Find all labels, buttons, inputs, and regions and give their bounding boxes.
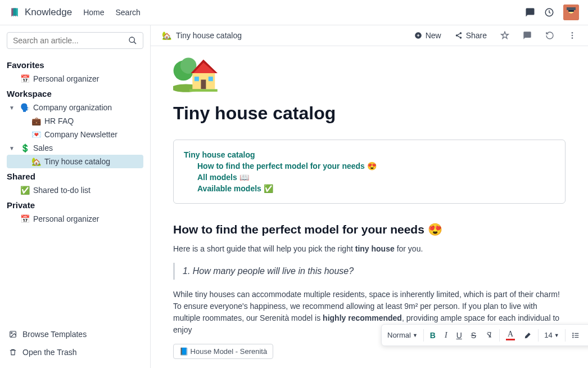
style-select[interactable]: Normal▼ xyxy=(384,329,421,342)
ws-tiny-house-catalog[interactable]: 🏡 Tiny house catalog xyxy=(7,155,143,168)
section-workspace: Workspace xyxy=(7,89,143,98)
tree-label: Personal organizer xyxy=(33,214,99,223)
calendar-icon: 📅 xyxy=(20,74,30,83)
share-button[interactable]: Share xyxy=(455,31,487,40)
article-cover-emoji[interactable] xyxy=(173,51,566,103)
italic-button[interactable]: I xyxy=(441,328,451,343)
app-logo[interactable]: Knowledge xyxy=(9,7,72,18)
link-chip-serenita[interactable]: 📘 House Model - Serenità xyxy=(173,344,273,359)
svg-point-10 xyxy=(455,34,458,37)
topbar-right xyxy=(525,5,579,20)
intro-paragraph[interactable]: Here is a short guide that will help you… xyxy=(173,243,566,255)
svg-point-14 xyxy=(572,37,573,39)
browse-templates-button[interactable]: Browse Templates xyxy=(7,325,143,343)
image-icon xyxy=(9,330,17,338)
svg-point-27 xyxy=(572,336,573,338)
bookmark-icon xyxy=(9,7,20,18)
trash-icon xyxy=(9,348,17,356)
check-icon: ✅ xyxy=(20,186,30,195)
shared-todo-list[interactable]: ✅ Shared to-do list xyxy=(7,183,143,197)
plus-circle-icon xyxy=(414,32,422,39)
star-icon[interactable] xyxy=(500,31,509,40)
nav-search[interactable]: Search xyxy=(115,8,140,17)
tree-label: Company organization xyxy=(33,103,112,112)
svg-point-25 xyxy=(572,333,573,334)
main-area: 🏡 Tiny house catalog New Share xyxy=(151,25,588,368)
messages-icon[interactable] xyxy=(525,7,535,17)
topbar-left: Knowledge Home Search xyxy=(9,7,141,18)
highlight-button[interactable] xyxy=(520,329,536,342)
history-icon[interactable] xyxy=(545,31,554,40)
svg-point-11 xyxy=(459,37,462,39)
app-name: Knowledge xyxy=(25,7,72,18)
more-icon[interactable] xyxy=(568,31,577,40)
svg-rect-23 xyxy=(209,77,213,81)
bullet-list-button[interactable] xyxy=(568,329,584,342)
svg-point-13 xyxy=(572,35,573,37)
svg-rect-21 xyxy=(201,80,206,89)
svg-point-26 xyxy=(572,334,573,335)
section-favorites: Favorites xyxy=(7,60,143,70)
chevron-down-icon: ▼ xyxy=(9,145,17,151)
tree-label: Personal organizer xyxy=(33,74,99,83)
breadcrumb-title[interactable]: Tiny house catalog xyxy=(176,31,242,40)
share-icon xyxy=(455,32,463,39)
toc-item-1[interactable]: How to find the perfect model for your n… xyxy=(197,160,555,172)
user-avatar[interactable] xyxy=(563,5,579,20)
size-select[interactable]: 14▼ xyxy=(541,329,562,342)
breadcrumb-bar: 🏡 Tiny house catalog New Share xyxy=(151,25,588,46)
ws-company-newsletter[interactable]: 💌 Company Newsletter xyxy=(7,128,143,141)
toc-root[interactable]: Tiny house catalog xyxy=(184,149,555,160)
search-box[interactable] xyxy=(7,32,143,49)
chat-icon[interactable] xyxy=(523,31,532,40)
text-color-button[interactable]: A xyxy=(502,327,519,343)
sidebar: Favorites 📅 Personal organizer Workspace… xyxy=(0,25,151,368)
ws-company-organization[interactable]: ▼ 🗣️ Company organization xyxy=(7,101,143,114)
section-shared: Shared xyxy=(7,172,143,181)
svg-point-5 xyxy=(129,37,134,42)
priv-personal-organizer[interactable]: 📅 Personal organizer xyxy=(7,212,143,226)
open-trash-button[interactable]: Open the Trash xyxy=(7,343,143,361)
underline-button[interactable]: U xyxy=(453,328,466,343)
ws-hr-faq[interactable]: 💼 HR FAQ xyxy=(7,114,143,128)
svg-rect-28 xyxy=(575,333,578,333)
tree-label: Company Newsletter xyxy=(44,130,117,139)
calendar-icon: 📅 xyxy=(20,214,30,223)
tree-label: Shared to-do list xyxy=(33,186,91,195)
love-letter-icon: 💌 xyxy=(31,130,41,139)
house-icon: 🏡 xyxy=(31,157,41,166)
svg-rect-4 xyxy=(567,7,576,10)
speaking-icon: 🗣️ xyxy=(20,103,30,112)
svg-point-9 xyxy=(459,32,462,34)
breadcrumb-emoji: 🏡 xyxy=(162,31,171,40)
section-private: Private xyxy=(7,200,143,210)
question-1[interactable]: 1. How many people will live in this hou… xyxy=(173,263,566,280)
article-title[interactable]: Tiny house catalog xyxy=(173,103,566,124)
ws-sales[interactable]: ▼ 💲 Sales xyxy=(7,141,143,155)
tree-label: Sales xyxy=(33,143,53,152)
activity-icon[interactable] xyxy=(544,7,554,17)
bold-button[interactable]: B xyxy=(426,328,440,343)
chevron-down-icon: ▼ xyxy=(9,105,17,111)
new-button[interactable]: New xyxy=(414,31,441,40)
svg-rect-24 xyxy=(189,89,218,91)
clear-format-button[interactable] xyxy=(481,329,497,342)
fav-personal-organizer[interactable]: 📅 Personal organizer xyxy=(7,72,143,86)
tree-label: HR FAQ xyxy=(44,116,74,125)
toc-item-2[interactable]: All models 📖 xyxy=(197,172,555,183)
dollar-icon: 💲 xyxy=(20,143,30,152)
ordered-list-button[interactable]: 123 xyxy=(585,329,588,342)
nav-home[interactable]: Home xyxy=(83,8,104,17)
svg-point-12 xyxy=(572,32,573,34)
svg-rect-29 xyxy=(575,335,578,335)
strike-button[interactable]: S xyxy=(467,328,480,343)
top-bar: Knowledge Home Search xyxy=(0,0,588,25)
briefcase-icon: 💼 xyxy=(31,116,41,125)
table-of-contents: Tiny house catalog How to find the perfe… xyxy=(173,140,566,204)
section-heading[interactable]: How to find the perfect model for your n… xyxy=(173,223,566,236)
search-icon xyxy=(128,36,137,45)
svg-rect-22 xyxy=(195,77,199,81)
svg-rect-30 xyxy=(575,336,578,337)
toc-item-3[interactable]: Available models ✅ xyxy=(197,183,555,194)
search-input[interactable] xyxy=(13,36,128,45)
